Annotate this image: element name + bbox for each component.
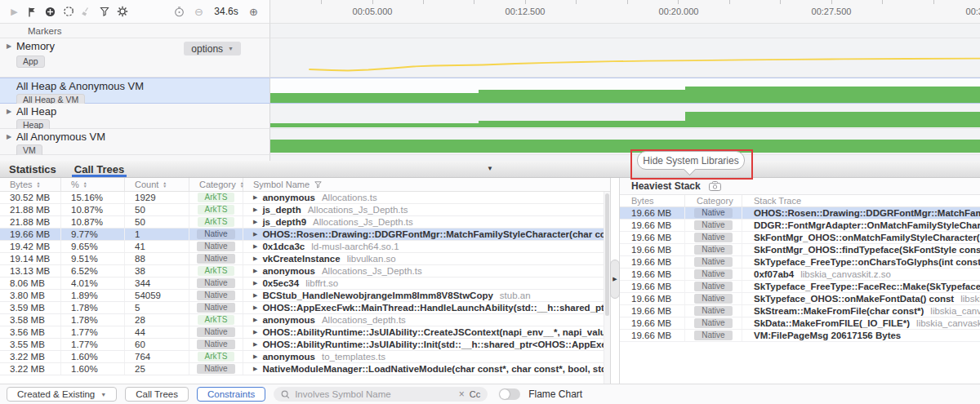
expand-row-icon[interactable]: ▶	[253, 329, 257, 335]
expand-row-icon[interactable]: ▶	[253, 231, 257, 238]
all-heap-track[interactable]: ▶ All Heap Heap	[0, 104, 980, 129]
symbol-row[interactable]: 19.42 MB 9.65% 41 Native ▶ 0x1dca3c ld-m…	[0, 241, 604, 253]
expand-row-icon[interactable]: ▶	[253, 206, 257, 213]
symbol-row[interactable]: 3.80 MB 1.89% 54059 Native ▶ BCStub_Hand…	[0, 290, 604, 302]
column-header-symbol-name[interactable]: Symbol Name	[243, 178, 610, 191]
column-header-bytes[interactable]: Bytes ▲▼	[0, 178, 61, 191]
zoom-out-icon[interactable]: ⊖	[193, 6, 205, 18]
symbol-row[interactable]: 21.88 MB 10.87% 50 ArkTS ▶ js_depth Allo…	[0, 204, 604, 216]
cell-category: Native	[189, 241, 243, 252]
memory-options-button[interactable]: options ▼	[184, 42, 241, 55]
timeline-ruler[interactable]: 00:05.000 00:12.500 00:20.000 00:27.500 …	[270, 0, 980, 24]
table-scrollbar[interactable]	[604, 192, 610, 384]
all-heap-anon-vm-lane[interactable]	[270, 78, 980, 104]
play-icon[interactable]: ▶	[8, 6, 20, 18]
stack-row[interactable]: 19.66 MB Native SkTypeface_FreeType::onC…	[620, 256, 980, 269]
panel-splitter[interactable]: Statistics Call Trees ▼	[0, 161, 980, 178]
stack-row[interactable]: 19.66 MB Native VM:FilePageMsg 20617156 …	[620, 330, 980, 342]
snapshot-icon[interactable]	[709, 181, 721, 191]
column-header-category[interactable]: Category	[685, 195, 742, 206]
tab-statistics[interactable]: Statistics	[7, 161, 59, 177]
stack-row[interactable]: 19.66 MB Native SkFontMgr_OHOS::onMatchF…	[620, 232, 980, 244]
symbol-row[interactable]: 3.56 MB 1.77% 44 Native ▶ OHOS::AbilityR…	[0, 326, 604, 339]
symbol-row[interactable]: 3.55 MB 1.77% 60 Native ▶ OHOS::AbilityR…	[0, 339, 604, 351]
memory-chart-lane[interactable]	[270, 38, 980, 78]
stack-row[interactable]: 19.66 MB Native SkFontMgr_OHOS::findType…	[620, 244, 980, 256]
flame-chart-toggle[interactable]	[499, 388, 520, 400]
splitter-handle[interactable]: ▶	[610, 260, 620, 299]
expand-row-icon[interactable]: ▶	[253, 292, 257, 299]
clean-icon[interactable]	[80, 6, 92, 18]
allocation-scope-dropdown[interactable]: Created & Existing ▼	[7, 387, 117, 402]
symbol-name: NativeModuleManager::LoadNativeModule(ch…	[262, 364, 604, 374]
column-header-bytes[interactable]: Bytes	[620, 195, 685, 206]
all-heap-header[interactable]: ▶ All Heap Heap	[0, 104, 270, 129]
zoom-in-icon[interactable]: ⊕	[247, 6, 260, 18]
symbol-row[interactable]: 30.52 MB 15.16% 1929 ArkTS ▶ anonymous A…	[0, 192, 604, 204]
column-header-stack-trace[interactable]: Stack Trace	[742, 195, 980, 206]
column-header-category[interactable]: Category ▲▼	[189, 178, 243, 191]
all-anon-vm-header[interactable]: ▶ All Anonymous VM VM	[0, 129, 270, 155]
expand-row-icon[interactable]: ▶	[253, 341, 257, 348]
call-trees-button[interactable]: Call Trees	[125, 387, 189, 402]
cell-symbol: ▶ OHOS::AppExecFwk::MainThread::HandleLa…	[243, 302, 604, 313]
stack-row[interactable]: 19.66 MB Native DDGR::FontMgrAdapter::On…	[620, 220, 980, 232]
symbol-row[interactable]: 8.06 MB 4.01% 344 Native ▶ 0x5ec34 libff…	[0, 277, 604, 290]
expand-row-icon[interactable]: ▶	[253, 255, 257, 262]
all-heap-lane[interactable]	[270, 104, 980, 129]
sort-icon[interactable]: ▲▼	[83, 181, 87, 188]
tab-call-trees[interactable]: Call Trees	[72, 161, 127, 177]
collapse-panel-icon[interactable]: ▼	[487, 165, 493, 172]
filter-icon[interactable]	[98, 6, 110, 18]
table-splitter[interactable]: ▶	[611, 178, 620, 384]
symbol-row[interactable]: 13.13 MB 6.52% 38 ArkTS ▶ anonymous Allo…	[0, 265, 604, 277]
sort-icon[interactable]: ▲▼	[163, 181, 167, 188]
symbol-row[interactable]: 3.22 MB 1.60% 764 ArkTS ▶ anonymous to_t…	[0, 351, 604, 363]
symbol-row[interactable]: 3.58 MB 1.78% 28 ArkTS ▶ anonymous Alloc…	[0, 314, 604, 326]
chevron-right-icon[interactable]: ▶	[7, 133, 11, 140]
constraints-button[interactable]: Constraints	[197, 387, 265, 402]
record-icon[interactable]	[44, 6, 56, 18]
stack-row[interactable]: 19.66 MB Native SkTypeface_OHOS::onMakeF…	[620, 293, 980, 305]
stack-row[interactable]: 19.66 MB Native SkTypeface_FreeType::Fac…	[620, 281, 980, 293]
column-header-count[interactable]: Count ▲▼	[125, 178, 189, 191]
expand-row-icon[interactable]: ▶	[253, 280, 257, 286]
symbol-row[interactable]: 19.66 MB 9.77% 1 Native ▶ OHOS::Rosen::D…	[0, 229, 604, 241]
column-header-percent[interactable]: % ▲▼	[61, 178, 125, 191]
expand-row-icon[interactable]: ▶	[253, 317, 257, 323]
settings-gear-icon[interactable]	[116, 6, 128, 18]
stack-row[interactable]: 19.66 MB Native SkData::MakeFromFILE(_IO…	[620, 317, 980, 330]
expand-row-icon[interactable]: ▶	[253, 304, 257, 311]
symbol-search-box[interactable]: × Cc	[274, 387, 488, 402]
all-anon-vm-track[interactable]: ▶ All Anonymous VM VM	[0, 129, 980, 155]
expand-row-icon[interactable]: ▶	[253, 194, 257, 201]
chevron-right-icon[interactable]: ▶	[7, 108, 11, 115]
stack-row[interactable]: 19.66 MB Native 0xf07ab4 libskia_canvask…	[620, 269, 980, 281]
markers-lane[interactable]	[270, 24, 980, 38]
match-case-toggle[interactable]: Cc	[470, 389, 480, 399]
stack-row[interactable]: 19.66 MB Native OHOS::Rosen::Drawing::DD…	[620, 207, 980, 220]
symbol-row[interactable]: 21.88 MB 10.87% 50 ArkTS ▶ js_depth9 All…	[0, 216, 604, 229]
expand-row-icon[interactable]: ▶	[253, 353, 257, 360]
expand-row-icon[interactable]: ▶	[253, 219, 257, 225]
all-heap-anon-vm-header[interactable]: All Heap & Anonymous VM All Heap & VM	[0, 78, 270, 104]
filter-funnel-icon[interactable]	[314, 181, 322, 189]
symbol-row[interactable]: 19.14 MB 9.51% 88 Native ▶ vkCreateInsta…	[0, 253, 604, 265]
expand-row-icon[interactable]: ▶	[253, 243, 257, 250]
expand-row-icon[interactable]: ▶	[253, 366, 257, 372]
symbol-row[interactable]: 3.22 MB 1.60% 25 Native ▶ NativeModuleMa…	[0, 363, 604, 375]
all-heap-anon-vm-track[interactable]: All Heap & Anonymous VM All Heap & VM	[0, 78, 980, 104]
scrollbar-thumb[interactable]	[605, 193, 609, 316]
memory-track-header[interactable]: ▶ Memory App options ▼	[0, 38, 270, 78]
expand-row-icon[interactable]: ▶	[253, 268, 257, 274]
sort-icon[interactable]: ▲▼	[37, 181, 41, 188]
timer-icon[interactable]	[173, 6, 185, 18]
chevron-right-icon[interactable]: ▶	[7, 42, 11, 50]
search-input[interactable]	[295, 389, 454, 399]
garbage-collect-icon[interactable]	[62, 6, 74, 18]
symbol-row[interactable]: 3.59 MB 1.78% 5 Native ▶ OHOS::AppExecFw…	[0, 302, 604, 314]
flag-icon[interactable]	[26, 6, 38, 18]
clear-search-icon[interactable]: ×	[459, 388, 465, 400]
stack-row[interactable]: 19.66 MB Native SkStream::MakeFromFile(c…	[620, 305, 980, 317]
all-anon-vm-lane[interactable]	[270, 129, 980, 155]
